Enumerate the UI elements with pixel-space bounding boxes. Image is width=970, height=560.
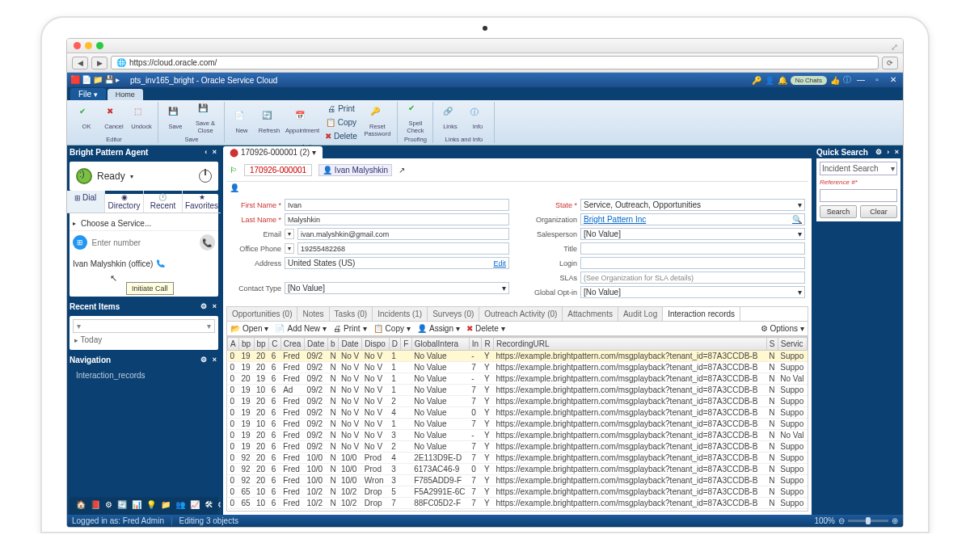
flag-icon[interactable]: 🏳 [230, 166, 238, 175]
sub-tab[interactable]: Opportunities (0) [227, 307, 297, 321]
reset-password-button[interactable]: 🔑Reset Password [361, 102, 394, 142]
bell-icon[interactable]: 🔔 [778, 76, 787, 85]
reference-input[interactable] [820, 189, 897, 202]
print-list-button[interactable]: 🖨Print ▾ [333, 324, 367, 333]
column-header[interactable]: bp [254, 338, 269, 351]
title-input[interactable] [580, 242, 805, 255]
status-ready-icon[interactable] [76, 168, 92, 184]
phone-number-input[interactable] [92, 238, 195, 247]
phone-type-dropdown[interactable]: ▾ [285, 243, 294, 254]
column-header[interactable]: Date [305, 338, 328, 351]
table-row[interactable]: 019206Fred09/2NNo VNo V2No Value7Yhttps:… [228, 396, 808, 407]
add-new-button[interactable]: 📄Add New ▾ [275, 324, 327, 333]
column-header[interactable]: D [389, 338, 401, 351]
back-button[interactable]: ◀ [72, 57, 88, 69]
sub-tab[interactable]: Audit Log [618, 307, 663, 321]
table-row[interactable]: 019206Fred09/2NNo VNo V4No Value0Yhttps:… [228, 407, 808, 419]
recent-filter[interactable]: ▾▾ [73, 319, 215, 333]
column-header[interactable]: Dispo [362, 338, 389, 351]
sub-tab[interactable]: Outreach Activity (0) [479, 307, 563, 321]
contact-result[interactable]: Ivan Malyshkin (office) [70, 254, 218, 273]
column-header[interactable]: In [469, 338, 482, 351]
tab-file[interactable]: File ▾ [70, 88, 106, 100]
power-icon[interactable] [199, 170, 212, 183]
email-type-dropdown[interactable]: ▾ [285, 229, 294, 239]
spellcheck-button[interactable]: ✔Spell Check [402, 102, 429, 135]
table-row[interactable]: 065106Fred10/2N10/2Drop5F5A2991E-6C7Yhtt… [228, 486, 808, 498]
column-header[interactable]: b [327, 338, 339, 351]
task-icon[interactable]: 🔄 [117, 500, 127, 512]
link-out-icon[interactable]: ↗ [399, 166, 405, 175]
column-header[interactable]: RecordingURL [494, 338, 767, 351]
copy-list-button[interactable]: 📋Copy ▾ [373, 324, 411, 333]
task-icon[interactable]: 🛠 [205, 500, 213, 512]
login-input[interactable] [580, 257, 805, 269]
table-row[interactable]: 092206Fred10/0N10/0Prod42E113D9E-D7Yhttp… [228, 453, 808, 464]
column-header[interactable]: Crea [280, 338, 304, 351]
table-row[interactable]: 019106Fred09/2NNo VNo V1No Value7Yhttps:… [228, 419, 808, 430]
sub-tab[interactable]: Interaction records [663, 307, 740, 321]
task-icon[interactable]: 📊 [132, 500, 141, 512]
call-button[interactable]: 📞 [200, 234, 215, 251]
state-select[interactable]: Service, Outreach, Opportunities▾ [580, 199, 805, 211]
salesperson-select[interactable]: [No Value]▾ [580, 228, 805, 240]
column-header[interactable]: C [269, 338, 281, 351]
choose-service[interactable]: ▸Choose a Service... [70, 217, 218, 230]
organization-input[interactable]: Bright Pattern Inc🔍 [580, 213, 805, 225]
new-button[interactable]: 📄New [229, 102, 255, 142]
close-window-icon[interactable] [74, 42, 81, 49]
undock-button[interactable]: ⬚Undock [129, 102, 154, 135]
assign-button[interactable]: 👤Assign ▾ [417, 324, 460, 333]
address-input[interactable]: United States (US)Edit [285, 257, 509, 269]
sub-tab[interactable]: Tasks (0) [330, 307, 373, 321]
sub-tab[interactable]: Attachments [563, 307, 618, 321]
column-header[interactable]: R [482, 338, 494, 351]
search-type-select[interactable]: Incident Search▾ [820, 162, 897, 175]
options-button[interactable]: ⚙Options ▾ [761, 324, 804, 333]
expand-icon[interactable]: ⤢ [891, 42, 898, 53]
column-header[interactable]: A [228, 338, 239, 351]
document-tab[interactable]: ⬤170926-000001 (2)▾ [223, 146, 323, 158]
save-button[interactable]: 💾Save [162, 102, 188, 135]
interaction-records-table[interactable]: AbpbpCCreaDatebDateDispoDFGlobalInteraIn… [227, 337, 808, 509]
zoom-slider[interactable] [848, 520, 888, 522]
table-row[interactable]: 019206Fred09/2NNo VNo V1No Value-Yhttps:… [228, 351, 808, 362]
global-optin-select[interactable]: [No Value]▾ [580, 286, 805, 298]
close-button[interactable]: ✕ [887, 75, 900, 85]
task-icon[interactable]: 📁 [161, 500, 171, 512]
sub-tab[interactable]: Notes [297, 307, 329, 321]
tab-recent[interactable]: 🕐 Recent [144, 191, 183, 213]
table-row[interactable]: 019206Fred09/2NNo VNo V3No Value-Yhttps:… [228, 430, 808, 441]
refresh-button[interactable]: 🔄Refresh [256, 102, 282, 142]
info-button[interactable]: ⓘInfo [465, 102, 491, 135]
chat-badge[interactable]: No Chats [791, 76, 827, 85]
ok-button[interactable]: ✔OK [74, 102, 99, 135]
column-header[interactable]: F [401, 338, 411, 351]
zoom-in-icon[interactable]: ⊕ [892, 516, 898, 525]
person-tab[interactable]: 👤 Ivan Malyshkin [318, 164, 392, 176]
zoom-out-icon[interactable]: ⊖ [838, 516, 845, 525]
table-row[interactable]: 020196Fred09/2NNo VNo V1No Value-Yhttps:… [228, 373, 808, 385]
first-name-input[interactable]: Ivan [285, 199, 509, 211]
edit-address-link[interactable]: Edit [493, 259, 506, 267]
task-icon[interactable]: 📕 [91, 500, 100, 512]
minimize-button[interactable]: — [854, 75, 867, 85]
panel-controls[interactable]: ‹ × [205, 148, 218, 156]
contact-type-select[interactable]: [No Value]▾ [285, 282, 509, 294]
restore-button[interactable]: ▫ [871, 75, 884, 85]
recent-today[interactable]: Today [81, 335, 103, 344]
column-header[interactable]: Date [339, 338, 362, 351]
maximize-window-icon[interactable] [96, 42, 103, 49]
save-close-button[interactable]: 💾Save & Close [190, 102, 221, 135]
table-row[interactable]: 019206Fred09/2NNo VNo V1No Value7Yhttps:… [228, 362, 808, 373]
minimize-window-icon[interactable] [85, 42, 92, 49]
appointment-button[interactable]: 📅Appointment [284, 102, 321, 142]
table-row[interactable]: 019206Fred09/2NNo VNo V2No Value7Yhttps:… [228, 441, 808, 453]
user-icon[interactable]: 👤 [765, 76, 774, 85]
task-icon[interactable]: 🏠 [76, 500, 86, 512]
tab-dial[interactable]: ⊞ Dial [67, 191, 105, 213]
delete-list-button[interactable]: ✖Delete ▾ [466, 324, 505, 333]
table-row[interactable]: 092206Fred10/0N10/0Wron3F785ADD9-F7Yhttp… [228, 475, 808, 486]
column-header[interactable]: GlobalIntera [411, 338, 469, 351]
keypad-icon[interactable]: ⊞ [73, 235, 87, 250]
